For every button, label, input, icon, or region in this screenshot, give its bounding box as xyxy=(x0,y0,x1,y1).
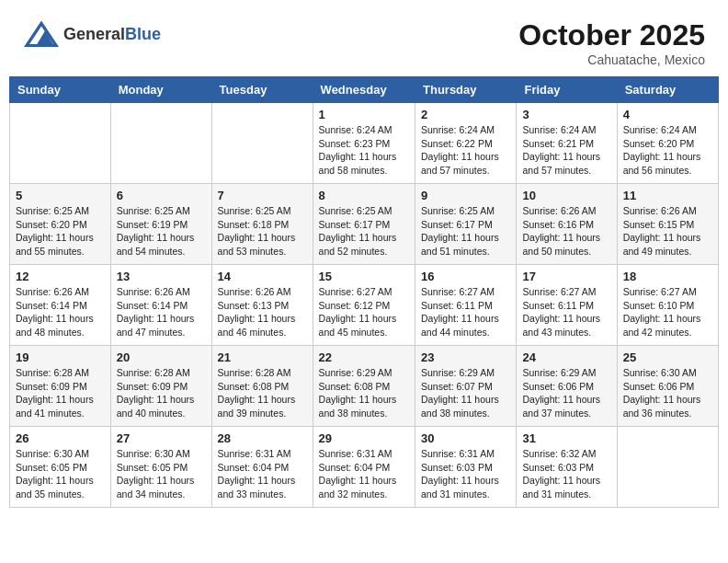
day-info: Sunrise: 6:30 AM Sunset: 6:05 PM Dayligh… xyxy=(117,447,206,501)
calendar-cell: 14Sunrise: 6:26 AM Sunset: 6:13 PM Dayli… xyxy=(211,265,313,346)
calendar-cell: 8Sunrise: 6:25 AM Sunset: 6:17 PM Daylig… xyxy=(313,184,415,265)
day-number: 13 xyxy=(117,270,206,283)
calendar-cell xyxy=(110,103,211,184)
logo-blue: Blue xyxy=(125,25,161,43)
calendar-week-row: 26Sunrise: 6:30 AM Sunset: 6:05 PM Dayli… xyxy=(10,427,719,508)
logo-general: General xyxy=(63,25,125,43)
day-number: 4 xyxy=(623,108,712,121)
day-number: 22 xyxy=(319,350,409,364)
day-info: Sunrise: 6:29 AM Sunset: 6:06 PM Dayligh… xyxy=(522,366,610,420)
day-number: 17 xyxy=(522,270,610,283)
weekday-header: Sunday xyxy=(10,77,111,103)
calendar-cell: 3Sunrise: 6:24 AM Sunset: 6:21 PM Daylig… xyxy=(517,103,617,184)
calendar-week-row: 12Sunrise: 6:26 AM Sunset: 6:14 PM Dayli… xyxy=(10,265,719,346)
day-number: 11 xyxy=(623,189,712,202)
calendar-cell: 18Sunrise: 6:27 AM Sunset: 6:10 PM Dayli… xyxy=(617,265,718,346)
calendar-cell: 2Sunrise: 6:24 AM Sunset: 6:22 PM Daylig… xyxy=(415,103,517,184)
month-title: October 2025 xyxy=(518,18,705,52)
day-number: 25 xyxy=(623,350,712,364)
calendar-cell: 16Sunrise: 6:27 AM Sunset: 6:11 PM Dayli… xyxy=(415,265,517,346)
day-number: 21 xyxy=(218,350,307,364)
day-info: Sunrise: 6:26 AM Sunset: 6:14 PM Dayligh… xyxy=(117,285,206,339)
day-number: 6 xyxy=(117,189,206,202)
calendar-week-row: 19Sunrise: 6:28 AM Sunset: 6:09 PM Dayli… xyxy=(10,346,719,427)
calendar-cell xyxy=(617,427,718,508)
calendar-cell: 21Sunrise: 6:28 AM Sunset: 6:08 PM Dayli… xyxy=(211,346,313,427)
weekday-header: Saturday xyxy=(617,77,718,103)
logo-icon xyxy=(23,18,60,51)
day-number: 9 xyxy=(421,189,510,202)
day-number: 15 xyxy=(319,270,409,283)
day-info: Sunrise: 6:32 AM Sunset: 6:03 PM Dayligh… xyxy=(522,447,610,501)
calendar-cell: 31Sunrise: 6:32 AM Sunset: 6:03 PM Dayli… xyxy=(517,427,617,508)
day-info: Sunrise: 6:26 AM Sunset: 6:16 PM Dayligh… xyxy=(522,204,610,259)
day-info: Sunrise: 6:31 AM Sunset: 6:04 PM Dayligh… xyxy=(218,447,307,501)
day-number: 30 xyxy=(421,431,510,445)
day-number: 1 xyxy=(319,108,409,121)
day-info: Sunrise: 6:29 AM Sunset: 6:08 PM Dayligh… xyxy=(319,366,409,420)
day-number: 2 xyxy=(421,108,510,121)
calendar-cell xyxy=(211,103,313,184)
day-info: Sunrise: 6:25 AM Sunset: 6:19 PM Dayligh… xyxy=(117,204,206,259)
day-number: 27 xyxy=(117,431,206,445)
calendar-cell: 17Sunrise: 6:27 AM Sunset: 6:11 PM Dayli… xyxy=(517,265,617,346)
day-number: 19 xyxy=(16,350,105,364)
day-info: Sunrise: 6:24 AM Sunset: 6:22 PM Dayligh… xyxy=(421,123,510,178)
weekday-header: Thursday xyxy=(415,77,517,103)
calendar-cell: 9Sunrise: 6:25 AM Sunset: 6:17 PM Daylig… xyxy=(415,184,517,265)
day-number: 16 xyxy=(421,270,510,283)
day-info: Sunrise: 6:24 AM Sunset: 6:20 PM Dayligh… xyxy=(623,123,712,178)
calendar-cell: 7Sunrise: 6:25 AM Sunset: 6:18 PM Daylig… xyxy=(211,184,313,265)
day-number: 5 xyxy=(16,189,105,202)
day-info: Sunrise: 6:26 AM Sunset: 6:13 PM Dayligh… xyxy=(218,285,307,339)
calendar-cell: 23Sunrise: 6:29 AM Sunset: 6:07 PM Dayli… xyxy=(415,346,517,427)
day-number: 23 xyxy=(421,350,510,364)
weekday-header: Monday xyxy=(110,77,211,103)
calendar-week-row: 1Sunrise: 6:24 AM Sunset: 6:23 PM Daylig… xyxy=(10,103,719,184)
day-info: Sunrise: 6:27 AM Sunset: 6:11 PM Dayligh… xyxy=(421,285,510,339)
calendar-cell: 1Sunrise: 6:24 AM Sunset: 6:23 PM Daylig… xyxy=(313,103,415,184)
weekday-header: Tuesday xyxy=(211,77,313,103)
calendar-cell: 13Sunrise: 6:26 AM Sunset: 6:14 PM Dayli… xyxy=(110,265,211,346)
location: Cahuatache, Mexico xyxy=(518,52,705,67)
day-number: 20 xyxy=(117,350,206,364)
day-info: Sunrise: 6:24 AM Sunset: 6:23 PM Dayligh… xyxy=(319,123,409,178)
logo: GeneralBlue xyxy=(23,18,161,51)
calendar-cell: 19Sunrise: 6:28 AM Sunset: 6:09 PM Dayli… xyxy=(10,346,111,427)
calendar-table: SundayMondayTuesdayWednesdayThursdayFrid… xyxy=(9,76,719,508)
calendar-cell: 28Sunrise: 6:31 AM Sunset: 6:04 PM Dayli… xyxy=(211,427,313,508)
calendar-cell: 11Sunrise: 6:26 AM Sunset: 6:15 PM Dayli… xyxy=(617,184,718,265)
day-number: 29 xyxy=(319,431,409,445)
day-number: 8 xyxy=(319,189,409,202)
day-number: 28 xyxy=(218,431,307,445)
day-number: 18 xyxy=(623,270,712,283)
day-info: Sunrise: 6:27 AM Sunset: 6:11 PM Dayligh… xyxy=(522,285,610,339)
calendar-cell: 26Sunrise: 6:30 AM Sunset: 6:05 PM Dayli… xyxy=(10,427,111,508)
day-number: 14 xyxy=(218,270,307,283)
calendar-cell: 10Sunrise: 6:26 AM Sunset: 6:16 PM Dayli… xyxy=(517,184,617,265)
calendar-cell: 12Sunrise: 6:26 AM Sunset: 6:14 PM Dayli… xyxy=(10,265,111,346)
calendar-cell: 5Sunrise: 6:25 AM Sunset: 6:20 PM Daylig… xyxy=(10,184,111,265)
day-info: Sunrise: 6:25 AM Sunset: 6:18 PM Dayligh… xyxy=(218,204,307,259)
day-number: 31 xyxy=(522,431,610,445)
day-number: 7 xyxy=(218,189,307,202)
day-info: Sunrise: 6:28 AM Sunset: 6:08 PM Dayligh… xyxy=(218,366,307,420)
calendar-week-row: 5Sunrise: 6:25 AM Sunset: 6:20 PM Daylig… xyxy=(10,184,719,265)
day-info: Sunrise: 6:28 AM Sunset: 6:09 PM Dayligh… xyxy=(16,366,105,420)
calendar-cell xyxy=(10,103,111,184)
weekday-header: Wednesday xyxy=(313,77,415,103)
day-info: Sunrise: 6:28 AM Sunset: 6:09 PM Dayligh… xyxy=(117,366,206,420)
page-header: GeneralBlue October 2025 Cahuatache, Mex… xyxy=(9,9,719,72)
day-info: Sunrise: 6:24 AM Sunset: 6:21 PM Dayligh… xyxy=(522,123,610,178)
day-info: Sunrise: 6:25 AM Sunset: 6:17 PM Dayligh… xyxy=(319,204,409,259)
weekday-header: Friday xyxy=(517,77,617,103)
title-block: October 2025 Cahuatache, Mexico xyxy=(518,18,705,67)
calendar-cell: 6Sunrise: 6:25 AM Sunset: 6:19 PM Daylig… xyxy=(110,184,211,265)
day-number: 26 xyxy=(16,431,105,445)
calendar-cell: 30Sunrise: 6:31 AM Sunset: 6:03 PM Dayli… xyxy=(415,427,517,508)
day-info: Sunrise: 6:25 AM Sunset: 6:17 PM Dayligh… xyxy=(421,204,510,259)
calendar-cell: 20Sunrise: 6:28 AM Sunset: 6:09 PM Dayli… xyxy=(110,346,211,427)
day-info: Sunrise: 6:26 AM Sunset: 6:15 PM Dayligh… xyxy=(623,204,712,259)
calendar-cell: 25Sunrise: 6:30 AM Sunset: 6:06 PM Dayli… xyxy=(617,346,718,427)
calendar-cell: 29Sunrise: 6:31 AM Sunset: 6:04 PM Dayli… xyxy=(313,427,415,508)
